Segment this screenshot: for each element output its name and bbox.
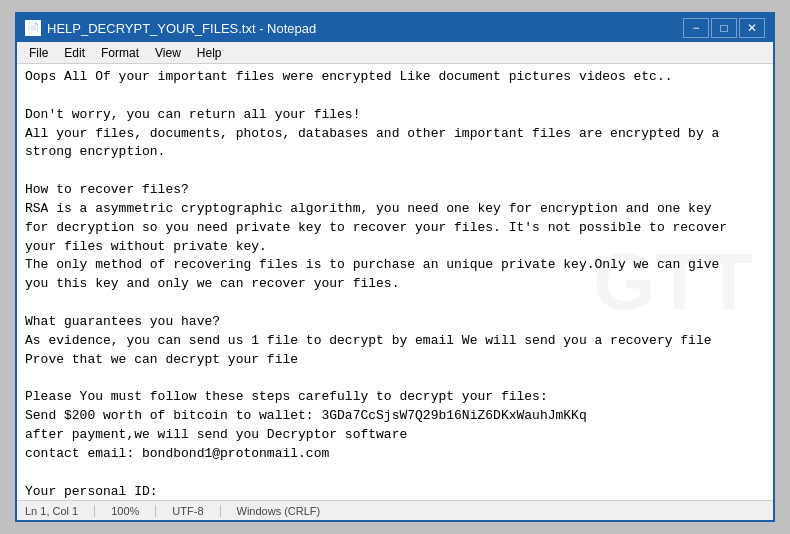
status-encoding: UTF-8	[172, 505, 203, 517]
close-button[interactable]: ✕	[739, 18, 765, 38]
menu-bar: File Edit Format View Help	[17, 42, 773, 64]
menu-file[interactable]: File	[21, 44, 56, 62]
status-divider-3	[220, 505, 221, 517]
menu-edit[interactable]: Edit	[56, 44, 93, 62]
menu-help[interactable]: Help	[189, 44, 230, 62]
minimize-button[interactable]: −	[683, 18, 709, 38]
status-lineending: Windows (CRLF)	[237, 505, 321, 517]
text-editor-area[interactable]: GTT Oops All Of your important files wer…	[17, 64, 773, 500]
window-title: HELP_DECRYPT_YOUR_FILES.txt - Notepad	[47, 21, 316, 36]
notepad-window: 📄 HELP_DECRYPT_YOUR_FILES.txt - Notepad …	[15, 12, 775, 522]
status-ln: Ln 1, Col 1	[25, 505, 78, 517]
status-bar: Ln 1, Col 1 100% UTF-8 Windows (CRLF)	[17, 500, 773, 520]
status-divider-2	[155, 505, 156, 517]
menu-format[interactable]: Format	[93, 44, 147, 62]
title-bar: 📄 HELP_DECRYPT_YOUR_FILES.txt - Notepad …	[17, 14, 773, 42]
maximize-button[interactable]: □	[711, 18, 737, 38]
window-controls: − □ ✕	[683, 18, 765, 38]
text-content: Oops All Of your important files were en…	[25, 68, 765, 500]
status-divider-1	[94, 505, 95, 517]
title-bar-left: 📄 HELP_DECRYPT_YOUR_FILES.txt - Notepad	[25, 20, 316, 36]
menu-view[interactable]: View	[147, 44, 189, 62]
notepad-icon: 📄	[25, 20, 41, 36]
status-chars: 100%	[111, 505, 139, 517]
